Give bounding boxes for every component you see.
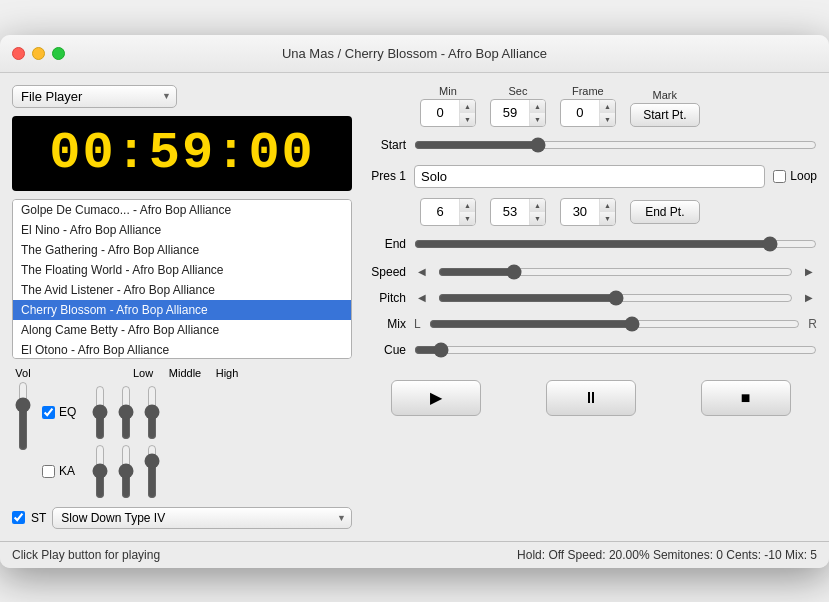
list-item-selected[interactable]: Cherry Blossom - Afro Bop Alliance [13, 300, 351, 320]
end-min-arrows: ▲ ▼ [459, 199, 475, 225]
end-min-input[interactable] [421, 202, 459, 221]
eq-high-slider[interactable] [141, 385, 163, 440]
speed-slider[interactable] [438, 264, 793, 280]
list-item[interactable]: Golpe De Cumaco... - Afro Bop Alliance [13, 200, 351, 220]
speed-label: Speed [364, 265, 406, 279]
list-item[interactable]: El Otono - Afro Bop Alliance [13, 340, 351, 359]
stop-btn[interactable]: ■ [701, 380, 791, 416]
titlebar: Una Mas / Cherry Blossom - Afro Bop Alli… [0, 35, 829, 73]
pitch-left-btn[interactable]: ◀ [414, 290, 430, 305]
timer-value: 00:59:00 [49, 124, 315, 183]
play-btn[interactable]: ▶ [391, 380, 481, 416]
playlist[interactable]: Golpe De Cumaco... - Afro Bop Alliance E… [12, 199, 352, 359]
end-frame-up-btn[interactable]: ▲ [600, 199, 615, 212]
right-panel: Min ▲ ▼ Sec ▲ ▼ [364, 85, 817, 529]
loop-label[interactable]: Loop [790, 169, 817, 183]
start-sec-input[interactable] [491, 103, 529, 122]
eq-low-slider[interactable] [89, 385, 111, 440]
end-sec-input[interactable] [491, 202, 529, 221]
end-sec-field: ▲ ▼ [490, 198, 546, 226]
traffic-lights [12, 47, 65, 60]
ka-label[interactable]: KA [59, 464, 85, 478]
list-item[interactable]: El Nino - Afro Bop Alliance [13, 220, 351, 240]
start-frame-input[interactable] [561, 103, 599, 122]
eq-mid-slider[interactable] [115, 385, 137, 440]
sec-arrows: ▲ ▼ [529, 100, 545, 126]
end-frame-arrows: ▲ ▼ [599, 199, 615, 225]
frame-field: ▲ ▼ [560, 99, 616, 127]
loop-cb[interactable] [773, 170, 786, 183]
sec-down-btn[interactable]: ▼ [530, 113, 545, 126]
frame-arrows: ▲ ▼ [599, 100, 615, 126]
mark-label: Mark [645, 89, 685, 101]
list-item[interactable]: The Avid Listener - Afro Bop Alliance [13, 280, 351, 300]
sec-field: ▲ ▼ [490, 99, 546, 127]
ka-checkbox[interactable] [42, 465, 55, 478]
min-arrows: ▲ ▼ [459, 100, 475, 126]
fader-labels-row: Low Middle High [42, 367, 352, 379]
pitch-slider[interactable] [438, 290, 793, 306]
main-content: File Player 00:59:00 Golpe De Cumaco... … [0, 73, 829, 541]
end-slider[interactable] [414, 236, 817, 252]
end-label: End [364, 237, 406, 251]
st-label[interactable]: ST [31, 511, 46, 525]
end-min-down-btn[interactable]: ▼ [460, 212, 475, 225]
eq-label[interactable]: EQ [59, 405, 85, 419]
list-item[interactable]: The Gathering - Afro Bop Alliance [13, 240, 351, 260]
ka-low-slider[interactable] [89, 444, 111, 499]
high-label: High [206, 367, 248, 379]
frame-up-btn[interactable]: ▲ [600, 100, 615, 113]
start-slider-row: Start [364, 137, 817, 153]
speed-right-btn[interactable]: ▶ [801, 264, 817, 279]
mix-slider[interactable] [429, 316, 801, 332]
speed-row: Speed ◀ ▶ [364, 264, 817, 280]
end-spinners-row: ▲ ▼ ▲ ▼ [364, 198, 817, 226]
min-down-btn[interactable]: ▼ [460, 113, 475, 126]
low-label: Low [122, 367, 164, 379]
pres-input[interactable] [414, 165, 765, 188]
pause-btn[interactable]: ⏸ [546, 380, 636, 416]
mix-label: Mix [364, 317, 406, 331]
end-sec-group: ▲ ▼ [490, 198, 546, 226]
maximize-button[interactable] [52, 47, 65, 60]
close-button[interactable] [12, 47, 25, 60]
pause-icon: ⏸ [583, 389, 599, 407]
speed-left-btn[interactable]: ◀ [414, 264, 430, 279]
timer-display: 00:59:00 [12, 116, 352, 191]
play-icon: ▶ [430, 388, 442, 407]
slow-down-select[interactable]: Slow Down Type IV [52, 507, 352, 529]
start-min-input[interactable] [421, 103, 459, 122]
sec-up-btn[interactable]: ▲ [530, 100, 545, 113]
status-left: Click Play button for playing [12, 548, 160, 562]
frame-down-btn[interactable]: ▼ [600, 113, 615, 126]
start-slider[interactable] [414, 137, 817, 153]
min-up-btn[interactable]: ▲ [460, 100, 475, 113]
eq-checkbox[interactable] [42, 406, 55, 419]
minimize-button[interactable] [32, 47, 45, 60]
end-min-up-btn[interactable]: ▲ [460, 199, 475, 212]
file-player-select[interactable]: File Player [12, 85, 177, 108]
st-checkbox[interactable] [12, 511, 25, 524]
pitch-right-btn[interactable]: ▶ [801, 290, 817, 305]
cue-slider[interactable] [414, 342, 817, 358]
start-pt-btn[interactable]: Start Pt. [630, 103, 700, 127]
ka-high-slider[interactable] [141, 444, 163, 499]
end-min-group: ▲ ▼ [420, 198, 476, 226]
frame-label: Frame [568, 85, 608, 97]
statusbar: Click Play button for playing Hold: Off … [0, 541, 829, 568]
mix-r-label: R [808, 317, 817, 331]
eq-row: EQ [42, 385, 352, 440]
end-sec-up-btn[interactable]: ▲ [530, 199, 545, 212]
vol-slider[interactable] [12, 381, 34, 451]
list-item[interactable]: The Floating World - Afro Bop Alliance [13, 260, 351, 280]
end-pt-btn[interactable]: End Pt. [630, 200, 700, 224]
eq-ka-st-section: Low Middle High EQ KA [42, 367, 352, 499]
list-item[interactable]: Along Came Betty - Afro Bop Alliance [13, 320, 351, 340]
mark-group: Mark Start Pt. [630, 89, 700, 127]
end-frame-down-btn[interactable]: ▼ [600, 212, 615, 225]
status-right: Hold: Off Speed: 20.00% Semitones: 0 Cen… [517, 548, 817, 562]
end-sec-down-btn[interactable]: ▼ [530, 212, 545, 225]
end-frame-input[interactable] [561, 202, 599, 221]
cue-row: Cue [364, 342, 817, 358]
ka-mid-slider[interactable] [115, 444, 137, 499]
